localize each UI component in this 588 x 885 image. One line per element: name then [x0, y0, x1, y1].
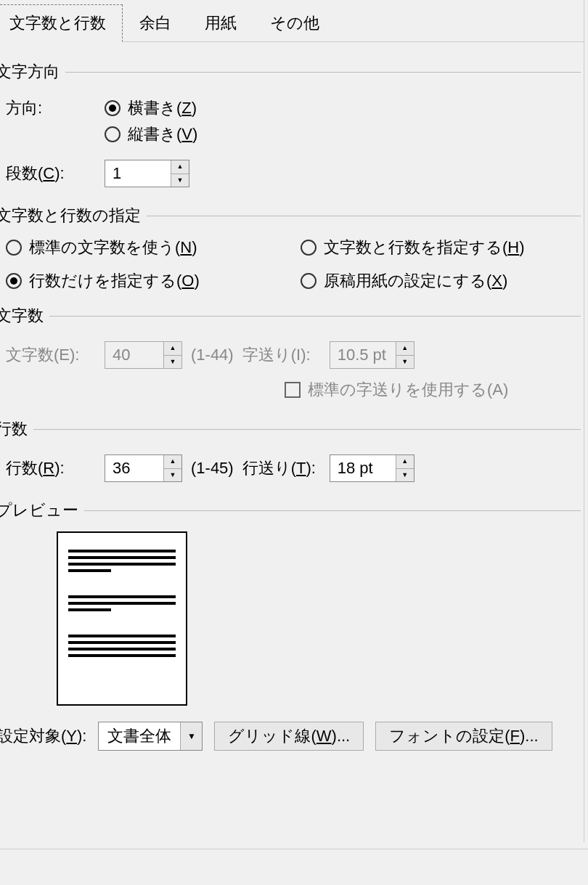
spinner-down-icon: ▼ — [396, 356, 414, 369]
group-spec-title: 文字数と行数の指定 — [0, 205, 147, 227]
radio-horizontal-label: 横書き(Z) — [128, 97, 197, 119]
chars-spinner: 40 ▲ ▼ — [105, 341, 182, 369]
radio-lines-only[interactable] — [6, 273, 22, 289]
group-direction: 文字方向 方向: 横書き(Z) 縦書き(V) 段数(C): 1 — [0, 61, 581, 193]
radio-standard-label: 標準の文字数を使う(N) — [29, 237, 197, 258]
line-pitch-spinner[interactable]: 18 pt ▲ ▼ — [330, 454, 415, 482]
group-lines-title: 行数 — [0, 418, 33, 440]
tab-paper[interactable]: 用紙 — [188, 4, 253, 41]
group-chars-title: 文字数 — [0, 305, 49, 327]
group-spec: 文字数と行数の指定 標準の文字数を使う(N) 文字数と行数を指定する(H) — [0, 205, 581, 293]
char-pitch-label: 字送り(I): — [242, 344, 330, 366]
apply-to-value: 文書全体 — [99, 722, 180, 750]
radio-standard[interactable] — [6, 240, 22, 256]
direction-label: 方向: — [6, 97, 105, 119]
page-setup-dialog: 文字数と行数 余白 用紙 その他 文字方向 方向: 横書き(Z) 縦書き(V) — [0, 0, 584, 842]
lines-range: (1-45) — [191, 459, 234, 478]
tab-margins[interactable]: 余白 — [123, 4, 188, 41]
group-preview-title: プレビュー — [0, 499, 84, 521]
bottom-row: 設定対象(Y): 文書全体 ▼ グリッド線(W)... フォントの設定(F)..… — [0, 722, 581, 751]
radio-vertical-label: 縦書き(V) — [128, 123, 197, 145]
spinner-down-icon: ▼ — [164, 356, 181, 369]
radio-lines-only-label: 行数だけを指定する(O) — [29, 270, 200, 292]
columns-spinner[interactable]: 1 ▲ ▼ — [105, 160, 189, 187]
spinner-up-icon: ▲ — [396, 342, 414, 356]
spinner-up-icon[interactable]: ▲ — [164, 455, 181, 469]
apply-to-combo[interactable]: 文書全体 ▼ — [98, 722, 203, 751]
group-lines: 行数 行数(R): 36 ▲ ▼ (1-45) 行送り(T): — [0, 418, 581, 488]
char-pitch-value: 10.5 pt — [330, 342, 396, 368]
font-settings-button[interactable]: フォントの設定(F)... — [375, 722, 552, 751]
group-direction-title: 文字方向 — [0, 61, 65, 83]
lines-value[interactable]: 36 — [105, 455, 163, 481]
lines-label: 行数(R): — [6, 457, 105, 479]
footer-bar — [0, 849, 588, 885]
chars-range: (1-44) — [191, 346, 234, 364]
lines-spinner[interactable]: 36 ▲ ▼ — [105, 454, 182, 482]
radio-genkou[interactable] — [301, 273, 317, 289]
divider — [84, 510, 581, 511]
divider — [65, 72, 581, 73]
spinner-down-icon[interactable]: ▼ — [164, 469, 181, 482]
spinner-down-icon[interactable]: ▼ — [171, 174, 189, 187]
radio-genkou-label: 原稿用紙の設定にする(X) — [324, 270, 507, 292]
tab-other[interactable]: その他 — [253, 4, 336, 41]
chars-label: 文字数(E): — [6, 344, 105, 366]
apply-to-label: 設定対象(Y): — [0, 725, 86, 747]
tab-grid[interactable]: 文字数と行数 — [0, 4, 123, 42]
line-pitch-value[interactable]: 18 pt — [330, 455, 396, 481]
preview-page — [57, 531, 187, 706]
spinner-up-icon[interactable]: ▲ — [171, 160, 189, 174]
radio-chars-lines-label: 文字数と行数を指定する(H) — [324, 237, 525, 258]
chars-value: 40 — [105, 342, 163, 368]
columns-label: 段数(C): — [6, 163, 105, 184]
divider — [147, 216, 581, 216]
group-chars: 文字数 文字数(E): 40 ▲ ▼ (1-44) 字送り(I): — [0, 305, 581, 407]
checkbox-std-pitch — [285, 382, 301, 398]
spinner-down-icon[interactable]: ▼ — [396, 469, 414, 482]
radio-chars-lines[interactable] — [301, 240, 317, 256]
radio-vertical[interactable] — [105, 126, 121, 142]
checkbox-std-pitch-label: 標準の字送りを使用する(A) — [308, 379, 508, 401]
tab-bar: 文字数と行数 余白 用紙 その他 — [0, 4, 584, 42]
divider — [49, 316, 581, 317]
line-pitch-label: 行送り(T): — [242, 457, 330, 479]
divider — [33, 429, 581, 430]
chevron-down-icon[interactable]: ▼ — [180, 722, 202, 750]
spinner-up-icon[interactable]: ▲ — [396, 455, 414, 469]
radio-horizontal[interactable] — [105, 100, 121, 116]
columns-value[interactable]: 1 — [105, 160, 171, 187]
spinner-up-icon: ▲ — [164, 342, 181, 356]
group-preview: プレビュー — [0, 499, 581, 707]
gridlines-button[interactable]: グリッド線(W)... — [214, 722, 364, 751]
char-pitch-spinner: 10.5 pt ▲ ▼ — [330, 341, 415, 369]
